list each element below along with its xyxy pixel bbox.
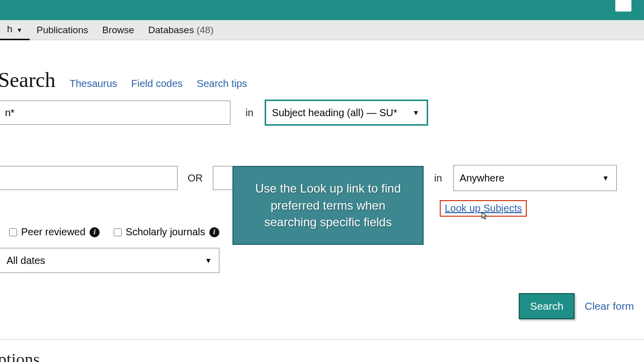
page-title: Search: [0, 68, 55, 92]
instruction-tooltip: Use the Look up link to find preferred t…: [232, 166, 424, 245]
peer-reviewed-checkbox[interactable]: [9, 228, 17, 236]
field-select-1[interactable]: Subject heading (all) — SU* ▼: [265, 100, 428, 126]
field-codes-link[interactable]: Field codes: [131, 78, 183, 89]
divider: [0, 339, 644, 340]
options-heading: ptions: [0, 350, 644, 362]
nav-search-label: h: [7, 24, 13, 34]
main-nav: h ▼ Publications Browse Databases (48): [0, 20, 644, 40]
nav-databases-label: Databases: [148, 25, 194, 35]
nav-databases-count: (48): [197, 25, 214, 35]
field-select-2[interactable]: Anywhere ▼: [453, 165, 617, 191]
search-button[interactable]: Search: [519, 293, 575, 319]
scholarly-checkbox-group[interactable]: Scholarly journals i: [114, 226, 219, 238]
search-input-2a[interactable]: [0, 166, 178, 190]
field-select-2-value: Anywhere: [460, 172, 505, 184]
folder-icon[interactable]: [615, 0, 631, 12]
chevron-down-icon: ▼: [602, 174, 609, 182]
nav-search-dropdown[interactable]: h ▼: [0, 20, 30, 40]
in-label-2: in: [434, 172, 442, 184]
lookup-highlight-box: Look up Subjects: [440, 200, 527, 217]
chevron-down-icon: ▼: [413, 109, 420, 117]
thesaurus-link[interactable]: Thesaurus: [69, 78, 117, 89]
info-icon[interactable]: i: [90, 227, 100, 237]
nav-publications[interactable]: Publications: [30, 21, 95, 40]
in-label-1: in: [246, 107, 254, 119]
info-icon[interactable]: i: [209, 227, 219, 237]
peer-reviewed-label: Peer reviewed: [21, 226, 86, 238]
chevron-down-icon: ▼: [205, 256, 212, 264]
search-tips-link[interactable]: Search tips: [197, 78, 247, 89]
scholarly-label: Scholarly journals: [126, 226, 205, 238]
clear-form-link[interactable]: Clear form: [585, 300, 634, 312]
scholarly-checkbox[interactable]: [114, 228, 122, 236]
lookup-subjects-link[interactable]: Look up Subjects: [445, 203, 522, 214]
nav-databases[interactable]: Databases (48): [141, 21, 221, 40]
peer-reviewed-checkbox-group[interactable]: Peer reviewed i: [9, 226, 100, 238]
search-input-1[interactable]: [0, 101, 230, 125]
date-select-value: All dates: [7, 255, 45, 266]
field-select-1-value: Subject heading (all) — SU*: [272, 107, 397, 119]
date-select[interactable]: All dates ▼: [0, 248, 219, 273]
chevron-down-icon: ▼: [17, 27, 23, 34]
or-label: OR: [188, 172, 203, 184]
nav-browse[interactable]: Browse: [95, 21, 141, 40]
